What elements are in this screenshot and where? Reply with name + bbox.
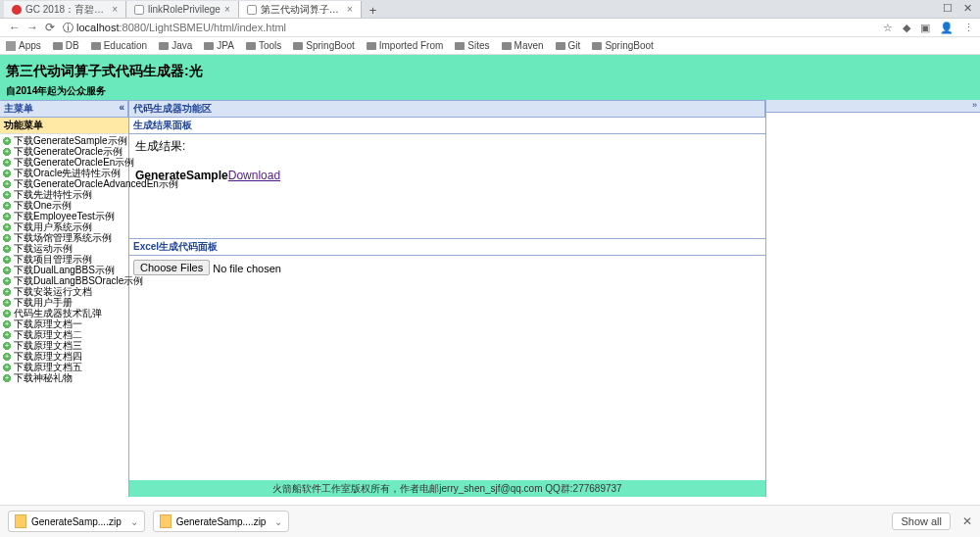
result-panel-title: 生成结果面板 (129, 118, 765, 134)
close-icon[interactable]: × (224, 4, 230, 15)
menu-icon[interactable]: ⋮ (963, 22, 974, 34)
browser-tab[interactable]: GC 2018：育碧新作《纪元× (4, 1, 126, 18)
sidebar-title: 主菜单« (0, 100, 128, 118)
file-status: No file chosen (213, 263, 281, 274)
apps-bookmark[interactable]: Apps (6, 40, 41, 51)
close-icon[interactable]: × (112, 4, 118, 15)
bookmarks-bar: Apps DB Education Java JPA Tools SpringB… (0, 37, 980, 55)
close-icon[interactable]: × (347, 4, 353, 15)
plus-icon: + (2, 341, 12, 351)
plus-icon: + (2, 190, 12, 200)
bookmark-folder[interactable]: Java (159, 40, 192, 51)
tree-menu: +下载GenerateSample示例+下载GenerateOracle示例+下… (0, 134, 128, 384)
window-close-icon[interactable]: ✕ (963, 2, 972, 15)
file-icon (160, 514, 172, 528)
bookmark-folder[interactable]: JPA (204, 40, 234, 51)
chevron-down-icon[interactable]: ⌄ (130, 516, 138, 527)
plus-icon: + (2, 309, 12, 318)
plus-icon: + (2, 298, 12, 308)
folder-icon (556, 42, 565, 50)
bookmark-folder[interactable]: Sites (455, 40, 489, 51)
plus-icon: + (2, 266, 12, 275)
apps-icon (6, 41, 16, 51)
plus-icon: + (2, 169, 12, 178)
sidebar: 主菜单« 功能菜单 +下载GenerateSample示例+下载Generate… (0, 100, 129, 497)
plus-icon: + (2, 330, 12, 340)
chevron-down-icon[interactable]: ⌄ (274, 516, 282, 527)
address-bar[interactable]: ⓘ localhost:8080/LightSBMEU/html/index.h… (59, 21, 883, 35)
result-label: 生成结果: (135, 138, 760, 155)
page-title: 第三代动词算子式代码生成器:光 (6, 63, 974, 80)
plus-icon: + (2, 287, 12, 297)
bookmark-folder[interactable]: Maven (502, 40, 544, 51)
tab-strip: GC 2018：育碧新作《纪元× linkRolePrivilege× 第三代动… (0, 0, 980, 18)
bookmark-folder[interactable]: SpringBoot (592, 40, 653, 51)
generate-sample-row: GenerateSampleDownload (135, 169, 760, 182)
folder-icon (502, 42, 512, 50)
chevron-right-icon: » (972, 100, 977, 111)
favicon-icon (12, 5, 22, 15)
bookmark-folder[interactable]: DB (53, 40, 79, 51)
download-link[interactable]: Download (228, 169, 280, 182)
back-button[interactable]: ← (6, 21, 24, 34)
folder-icon (455, 42, 465, 50)
plus-icon: + (2, 276, 12, 286)
plus-icon: + (2, 201, 12, 211)
since-banner: 自2014年起为公众服务 (0, 82, 980, 100)
page-header: 第三代动词算子式代码生成器:光 (0, 55, 980, 82)
plus-icon: + (2, 233, 12, 243)
browser-tab-active[interactable]: 第三代动词算子式代码生成× (239, 1, 362, 18)
plus-icon: + (2, 158, 12, 168)
browser-tab[interactable]: linkRolePrivilege× (126, 1, 239, 18)
download-item[interactable]: GenerateSamp....zip⌄ (153, 511, 290, 532)
favicon-icon (134, 5, 144, 15)
right-collapse[interactable]: » (766, 100, 980, 113)
bookmark-folder[interactable]: Education (91, 40, 147, 51)
plus-icon: + (2, 212, 12, 221)
extension-icon[interactable]: ◆ (903, 22, 910, 34)
plus-icon: + (2, 255, 12, 265)
collapse-icon[interactable]: « (119, 102, 124, 113)
folder-icon (592, 42, 602, 50)
plus-icon: + (2, 222, 12, 232)
folder-icon (204, 42, 214, 50)
bookmark-folder[interactable]: Tools (246, 40, 281, 51)
extension-icon[interactable]: ▣ (920, 22, 930, 34)
download-item[interactable]: GenerateSamp....zip⌄ (8, 511, 145, 532)
profile-icon[interactable]: 👤 (940, 22, 954, 34)
plus-icon: + (2, 319, 12, 329)
right-panel: » (766, 100, 980, 497)
page-footer: 火箭船软件工作室版权所有，作者电邮jerry_shen_sjf@qq.com Q… (129, 480, 765, 497)
sidebar-subtitle: 功能菜单 (0, 118, 128, 134)
favicon-icon (247, 5, 257, 15)
plus-icon: + (2, 136, 12, 146)
folder-icon (91, 42, 101, 50)
folder-icon (246, 42, 256, 50)
star-icon[interactable]: ☆ (883, 22, 893, 34)
folder-icon (159, 42, 169, 50)
folder-icon (293, 42, 303, 50)
plus-icon: + (2, 363, 12, 372)
tree-label: 下载神秘礼物 (14, 371, 73, 385)
shelf-close-button[interactable]: ✕ (962, 514, 972, 528)
choose-files-button[interactable]: Choose Files (133, 260, 210, 275)
plus-icon: + (2, 147, 12, 157)
plus-icon: + (2, 352, 12, 362)
folder-icon (367, 42, 376, 50)
bookmark-folder[interactable]: Imported From (367, 40, 444, 51)
new-tab-button[interactable]: + (362, 3, 385, 18)
tree-item[interactable]: +下载神秘礼物 (0, 372, 128, 383)
plus-icon: + (2, 244, 12, 254)
show-all-button[interactable]: Show all (892, 513, 951, 530)
window-maximize-icon[interactable]: ☐ (943, 2, 953, 15)
plus-icon: + (2, 179, 12, 189)
reload-button[interactable]: ⟳ (41, 21, 59, 34)
center-title: 代码生成器功能区 (129, 100, 765, 118)
file-icon (15, 514, 26, 528)
forward-button[interactable]: → (24, 21, 41, 34)
bookmark-folder[interactable]: Git (556, 40, 581, 51)
bookmark-folder[interactable]: SpringBoot (293, 40, 354, 51)
download-shelf: GenerateSamp....zip⌄ GenerateSamp....zip… (0, 505, 980, 537)
plus-icon: + (2, 373, 12, 383)
folder-icon (53, 42, 63, 50)
